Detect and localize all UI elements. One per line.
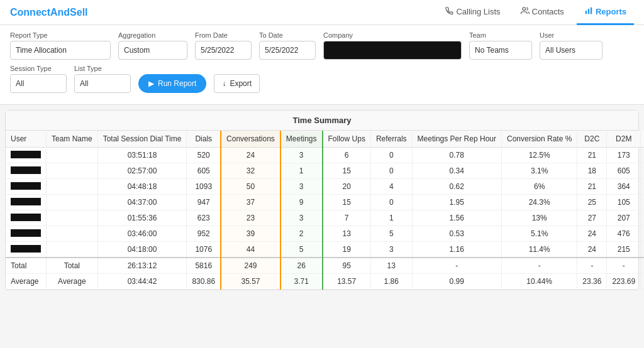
table-row: 03:46:00 952 39 2 13 5 0.53 5.1% 24 476 … [6,226,644,242]
run-report-button[interactable]: ▶ Run Report [138,74,206,93]
nav-contacts[interactable]: Contacts [513,0,572,25]
nav-reports[interactable]: Reports [577,0,634,25]
cell-meetings: 5 [280,242,323,258]
cell-meetings: 1 [280,163,323,179]
nav-calling-label: Calling Lists [456,7,500,16]
cell-conversations: 39 [221,226,280,242]
cell-awt: 00:03:00 [641,210,644,226]
cell-mphr: 1.56 [412,210,501,226]
cell-followups: 15 [323,195,371,210]
aggregation-input[interactable] [118,41,187,60]
total-awt: - [641,258,644,274]
export-icon: ↓ [222,79,226,88]
cell-d2m: 215 [607,242,641,258]
cell-d2c: 18 [577,163,607,179]
from-date-input[interactable] [195,41,252,60]
avg-awt: 00:02:42 [641,274,644,290]
cell-meetings: 3 [280,210,323,226]
cell-d2c: 25 [577,195,607,210]
cell-user [6,226,47,242]
session-type-group: Session Type [10,65,67,93]
data-table: User Team Name Total Session Dial Time D… [6,131,644,290]
user-group: User [540,31,602,60]
cell-mphr: 0.62 [412,179,501,195]
report-type-group: Report Type [10,31,111,60]
team-input[interactable] [469,41,532,60]
user-input[interactable] [540,41,602,60]
cell-team [47,195,98,210]
export-button[interactable]: ↓ Export [214,74,260,93]
svg-point-0 [522,7,525,10]
table-row: 04:48:18 1093 50 3 20 4 0.62 6% 21 364 0… [6,179,644,195]
nav-contacts-label: Contacts [532,7,564,16]
table-row: 02:57:00 605 32 1 15 0 0.34 3.1% 18 605 … [6,163,644,179]
total-mphr: - [412,258,501,274]
avg-d2m: 223.69 [607,274,641,290]
table-row: 04:37:00 947 37 9 15 0 1.95 24.3% 25 105… [6,195,644,210]
cell-d2m: 105 [607,195,641,210]
total-cr: - [501,258,577,274]
cell-d2c: 24 [577,242,607,258]
cell-dialtime: 04:37:00 [97,195,187,210]
from-date-label: From Date [195,31,252,39]
cell-dials: 623 [187,210,221,226]
svg-rect-2 [588,9,589,14]
cell-dialtime: 04:48:18 [97,179,187,195]
list-type-label: List Type [74,65,131,72]
total-label: Total [6,258,47,274]
cell-awt: 00:02:36 [641,226,644,242]
cell-cr: 11.4% [501,242,577,258]
cell-dialtime: 03:46:00 [97,226,187,242]
cell-user [6,179,47,195]
session-type-input[interactable] [10,74,67,93]
col-header-meetings: Meetings [280,131,323,148]
col-header-conversations: Conversations [221,131,280,148]
reports-icon [584,6,593,17]
list-type-input[interactable] [74,74,131,93]
cell-awt: 00:02:36 [641,179,644,195]
cell-user [6,148,47,163]
cell-referrals: 4 [370,179,412,195]
company-input[interactable] [323,41,462,60]
team-label: Team [469,31,532,39]
company-group: Company [323,31,462,60]
cell-awt: 00:02:48 [641,148,644,163]
cell-team [47,179,98,195]
cell-awt: 00:01:48 [641,163,644,179]
cell-conversations: 24 [221,148,280,163]
cell-meetings: 2 [280,226,323,242]
cell-followups: 19 [323,242,371,258]
cell-d2c: 21 [577,148,607,163]
total-row: Total Total 26:13:12 5816 249 26 95 13 -… [6,258,644,274]
cell-team [47,163,98,179]
total-team: Total [47,258,98,274]
cell-dials: 605 [187,163,221,179]
session-type-label: Session Type [10,65,67,72]
average-row: Average Average 03:44:42 830.86 35.57 3.… [6,274,644,290]
cell-mphr: 0.78 [412,148,501,163]
total-dialtime: 26:13:12 [97,258,187,274]
col-header-dials: Dials [187,131,221,148]
phone-icon [445,6,453,17]
cell-d2c: 21 [577,179,607,195]
cell-user [6,210,47,226]
cell-dials: 947 [187,195,221,210]
avg-dialtime: 03:44:42 [97,274,187,290]
to-date-input[interactable] [259,41,316,60]
cell-referrals: 5 [370,226,412,242]
col-header-referrals: Referrals [370,131,412,148]
nav-calling[interactable]: Calling Lists [437,0,508,25]
report-type-input[interactable] [10,41,111,60]
cell-cr: 3.1% [501,163,577,179]
cell-cr: 12.5% [501,148,577,163]
cell-team [47,242,98,258]
avg-d2c: 23.36 [577,274,607,290]
cell-d2c: 24 [577,226,607,242]
cell-dialtime: 04:18:00 [97,242,187,258]
svg-rect-1 [586,11,587,14]
cell-referrals: 1 [370,210,412,226]
col-header-dialtime: Total Session Dial Time [97,131,187,148]
cell-cr: 24.3% [501,195,577,210]
cell-team [47,210,98,226]
table-header-row: User Team Name Total Session Dial Time D… [6,131,644,148]
